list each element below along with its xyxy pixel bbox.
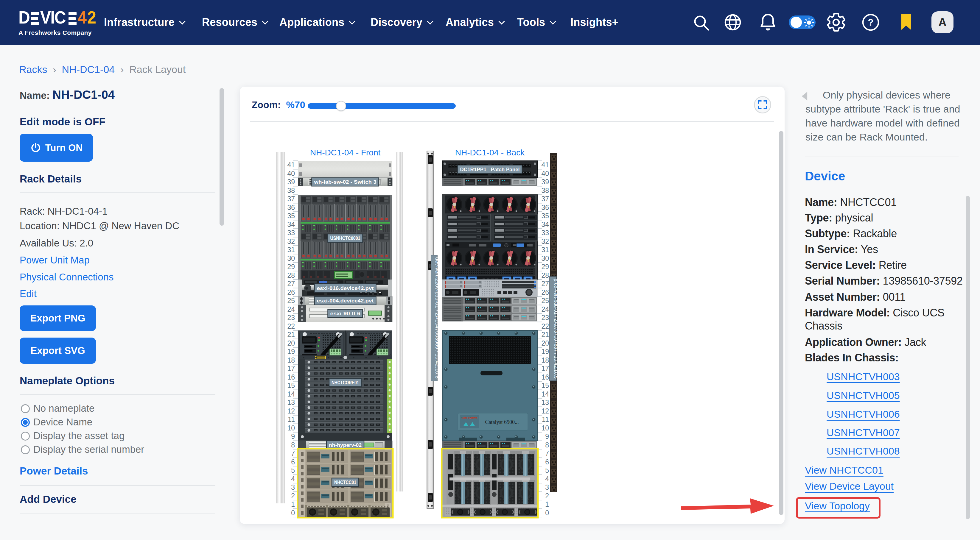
svg-text:?: ? bbox=[868, 17, 873, 28]
